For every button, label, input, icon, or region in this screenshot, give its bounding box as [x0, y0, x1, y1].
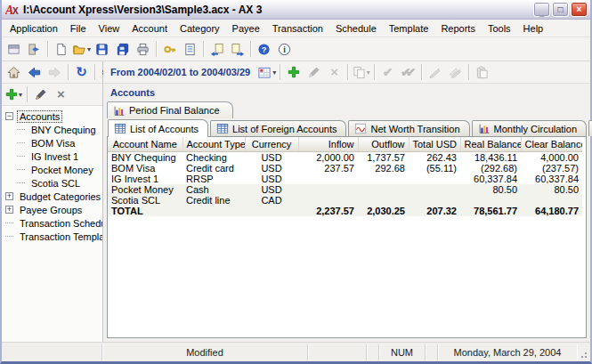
forward-button[interactable] [45, 62, 65, 82]
menu-item-schedule[interactable]: Schedule [329, 21, 383, 36]
cell-account-name: BNY Chequing [108, 151, 182, 163]
delete-button[interactable]: × [324, 62, 345, 82]
tree-item-label: Transaction Templates [17, 231, 102, 243]
table-row-total[interactable]: TOTAL2,237.572,030.25207.3278,561.7764,1… [108, 206, 582, 216]
preferences-button[interactable] [4, 39, 24, 59]
tree-item-bom-visa[interactable]: BOM Visa [4, 136, 101, 150]
column-header-account-name[interactable]: Account Name [108, 137, 182, 151]
tab-net-worth-transition[interactable]: Net Worth Transition [348, 120, 469, 136]
maximize-button[interactable]: □ [552, 2, 569, 17]
tab-label: Net Worth Transition [370, 124, 459, 134]
menu-item-view[interactable]: View [93, 21, 126, 36]
table-row-bny-chequing[interactable]: BNY ChequingCheckingUSD2,000.001,737.572… [108, 151, 582, 163]
refresh-icon: ↻ [76, 66, 87, 78]
tab-period-final-balance[interactable]: Period Final Balance [107, 101, 233, 118]
menu-item-transaction[interactable]: Transaction [266, 21, 329, 36]
tab-circulation-summary[interactable]: Circulation Summary [588, 120, 592, 136]
tree-item-payee-groups[interactable]: +Payee Groups [4, 203, 101, 216]
tree-item-budget-categories[interactable]: +Budget Categories [4, 190, 101, 203]
expand-icon[interactable]: + [5, 192, 13, 200]
menu-item-account[interactable]: Account [126, 21, 174, 36]
exit-icon [28, 43, 41, 56]
password-key-button[interactable] [159, 39, 180, 59]
add-button[interactable] [283, 62, 304, 82]
import-page-button[interactable] [207, 39, 227, 59]
tab-monthly-circulation[interactable]: Monthly Circulation [472, 120, 588, 136]
column-header-inflow[interactable]: Inflow [298, 137, 358, 151]
save-button[interactable] [92, 39, 112, 59]
column-header-account-type[interactable]: Account Type [182, 137, 245, 151]
back-icon [28, 66, 41, 79]
tree-item-scotia-scl[interactable]: Scotia SCL [4, 176, 101, 190]
menu-item-template[interactable]: Template [383, 21, 435, 36]
menu-item-reports[interactable]: Reports [434, 21, 482, 36]
tree-item-accounts[interactable]: −Accounts [4, 109, 101, 123]
add-button[interactable]: ▾ [4, 85, 24, 104]
cell-total-usd [409, 195, 460, 206]
help-button[interactable]: ? [254, 39, 274, 59]
confirm-button[interactable]: ✔ [377, 62, 398, 82]
open-file-button[interactable]: ▾ [71, 39, 92, 59]
refresh-button[interactable]: ↻ [71, 62, 92, 82]
home-button[interactable] [4, 62, 24, 82]
cell-inflow: 2,000.00 [298, 151, 358, 163]
tree-connector [17, 182, 25, 183]
menu-bar: ApplicationFileViewAccountCategoryPayeeT… [2, 20, 590, 37]
minimize-button[interactable]: _ [533, 2, 550, 17]
column-header-currency[interactable]: Currency [245, 137, 298, 151]
sub-tabs: List of AccountsList of Foreign Accounts… [107, 118, 587, 136]
delete-icon: × [57, 88, 65, 101]
confirm-icon: ✔ [383, 66, 393, 78]
edit-button[interactable] [304, 62, 324, 82]
resize-grip[interactable] [577, 344, 589, 360]
print-button[interactable] [133, 39, 153, 59]
column-header-outflow[interactable]: Outflow [358, 137, 409, 151]
cell-real-balance: 18,436.11 [460, 151, 521, 163]
copy-button[interactable]: ▾ [351, 62, 371, 82]
calendar-button[interactable]: ▾ [256, 62, 277, 82]
menu-item-file[interactable]: File [64, 21, 93, 36]
edit-button[interactable] [30, 85, 51, 104]
send-all-button[interactable] [445, 62, 466, 82]
dropdown-arrow-icon: ▾ [272, 69, 276, 77]
delete-button[interactable]: × [51, 85, 71, 104]
tree-item-ig-invest-1[interactable]: IG Invest 1 [4, 150, 101, 163]
cell-inflow [298, 174, 358, 184]
close-button[interactable]: × [571, 2, 588, 17]
table-row-scotia-scl[interactable]: Scotia SCLCredit lineCAD [108, 195, 582, 206]
menu-item-payee[interactable]: Payee [226, 21, 266, 36]
transaction-list-button[interactable] [180, 39, 200, 59]
tree-item-bny-chequing[interactable]: BNY Chequing [4, 123, 101, 136]
back-button[interactable] [24, 62, 45, 82]
exit-button[interactable] [24, 39, 45, 59]
paste-button[interactable] [472, 62, 492, 82]
menu-item-help[interactable]: Help [517, 21, 550, 36]
column-header-real-balance[interactable]: Real Balance [460, 137, 521, 151]
table-header-row: Account NameAccount TypeCurrencyInflowOu… [108, 137, 582, 151]
cell-account-type: RRSP [182, 174, 245, 184]
send-button[interactable] [425, 62, 445, 82]
column-header-clear-balance[interactable]: Clear Balance [521, 137, 582, 151]
tree-item-transaction-templates[interactable]: Transaction Templates [4, 230, 101, 243]
column-header-total-usd[interactable]: Total USD [409, 137, 460, 151]
tab-list-of-foreign-accounts[interactable]: List of Foreign Accounts [210, 120, 346, 136]
sidebar: ↻ ▾× −AccountsBNY ChequingBOM VisaIG Inv… [2, 61, 103, 342]
new-file-button[interactable] [51, 39, 71, 59]
menu-item-application[interactable]: Application [4, 21, 64, 36]
tree-item-pocket-money[interactable]: Pocket Money [4, 163, 101, 176]
confirm-all-button[interactable]: ✔✔ [398, 62, 418, 82]
table-row-ig-invest-1[interactable]: IG Invest 1RRSPUSD60,337.8460,337.84 [108, 174, 582, 184]
table-row-pocket-money[interactable]: Pocket MoneyCashUSD80.5080.50 [108, 184, 582, 195]
collapse-icon[interactable]: − [5, 112, 13, 120]
export-page-button[interactable] [227, 39, 247, 59]
expand-icon[interactable]: + [5, 206, 13, 214]
tree-item-transaction-schedules[interactable]: Transaction Schedules [4, 216, 101, 230]
table-row-bom-visa[interactable]: BOM VisaCredit cardUSD237.57292.68(55.11… [108, 163, 582, 174]
tab-list-of-accounts[interactable]: List of Accounts [108, 119, 208, 137]
about-button[interactable]: i [274, 39, 295, 59]
cell-currency: USD [245, 174, 298, 184]
cell-currency [245, 206, 298, 216]
save-all-button[interactable] [112, 39, 133, 59]
menu-item-tools[interactable]: Tools [482, 21, 517, 36]
menu-item-category[interactable]: Category [174, 21, 226, 36]
